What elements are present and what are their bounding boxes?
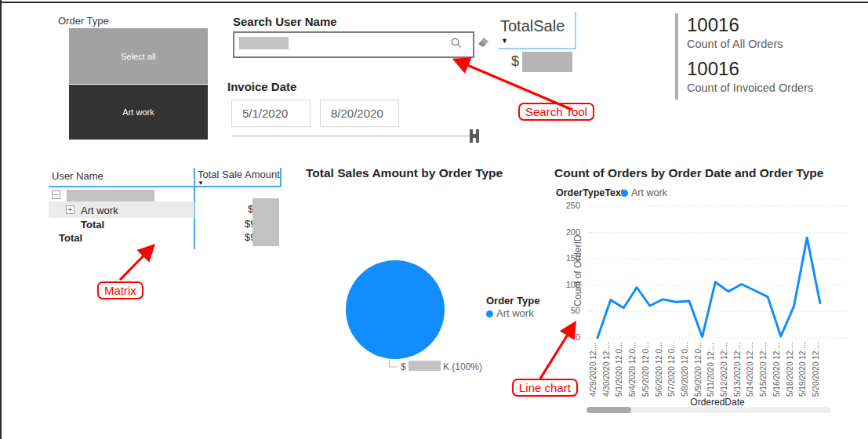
x-axis-tick-label: 5/19/2020 12:... [797, 340, 809, 397]
date-range-slider-handle[interactable] [470, 129, 479, 143]
y-axis-tick-label: 100 [549, 280, 580, 289]
matrix-username-redaction [67, 190, 154, 201]
matrix-values-redaction [252, 198, 279, 246]
art-work-label: Art work [122, 107, 154, 117]
select-all-label: Select all [121, 52, 156, 61]
matrix-row-total-outer[interactable]: Total [59, 232, 82, 244]
y-axis-tick-label: 150 [549, 253, 580, 263]
y-axis-tick-label: 0 [549, 332, 580, 342]
search-user-name-label: Search User Name [233, 15, 337, 28]
pie-label-redaction [409, 361, 441, 371]
count-invoiced-orders-value: 10016 [687, 58, 739, 80]
x-axis-tick-label: 5/1/2020 12:0... [613, 340, 626, 397]
invoice-end-date-field[interactable] [320, 100, 399, 127]
matrix-col-total-sale-amount[interactable]: Total Sale Amount [198, 169, 280, 180]
x-axis-tick-label: 5/5/2020 12:0... [640, 340, 652, 397]
x-axis-tick-label: 5/4/2020 12:0... [626, 340, 639, 397]
totalsale-right-border [575, 12, 576, 49]
x-axis-tick-label: 4/29/2020 12:... [587, 340, 600, 397]
pie-chart-title: Total Sales Amount by Order Type [306, 166, 503, 180]
x-axis-tick-label: 5/7/2020 12:0... [666, 340, 678, 397]
y-axis-tick-label: 250 [549, 201, 580, 210]
pie-legend-item-artwork[interactable]: Art work [486, 307, 534, 319]
matrix-col-user-name[interactable]: User Name [52, 170, 104, 182]
legend-dot-icon [621, 190, 628, 197]
matrix-row-artwork[interactable]: Art work [81, 205, 118, 216]
annotation-line-chart: Line chart [512, 379, 578, 397]
search-icon[interactable] [450, 37, 463, 49]
totalsale-value-prefix: $ [511, 53, 519, 70]
pie-label-prefix: $ [401, 361, 406, 372]
x-axis-tick-label: 5/9/2020 12:0... [692, 340, 705, 397]
invoice-date-label: Invoice Date [227, 80, 296, 93]
x-axis-tick-label: 5/11/2020 12:... [705, 340, 717, 397]
line-legend-item-artwork[interactable]: Art work [621, 187, 667, 198]
x-axis-tick-label: 5/15/2020 12:... [757, 340, 770, 397]
x-axis-tick-label: 5/8/2020 12:0... [679, 340, 692, 397]
x-axis-tick-label: 5/13/2020 12:... [732, 340, 744, 397]
totalsale-header: TotalSale [500, 17, 565, 35]
count-all-orders-value: 10016 [687, 14, 739, 36]
line-chart-plot [587, 202, 853, 347]
eraser-icon[interactable] [477, 34, 490, 48]
line-chart-title: Count of Orders by Order Date and Order … [554, 166, 823, 180]
pie-label-leader-line [387, 360, 398, 369]
search-value-redaction [239, 37, 289, 49]
invoice-start-date-field[interactable] [231, 100, 311, 127]
line-chart-scrollbar-thumb[interactable] [587, 407, 631, 413]
window-border-top [0, 2, 868, 3]
totalsale-caret-icon[interactable]: ▼ [501, 37, 508, 45]
pie-legend-title: Order Type [486, 295, 539, 307]
kpi-divider-bar [675, 13, 678, 100]
arrow-to-matrix [120, 247, 152, 280]
x-axis-title: OrderedDate [627, 397, 808, 408]
legend-dot-icon [486, 310, 493, 317]
x-axis-tick-label: 5/14/2020 12:... [744, 340, 757, 397]
line-legend-title: OrderTypeText [556, 187, 624, 198]
annotation-search-tool: Search Tool [518, 103, 594, 121]
x-axis-tick-label: 5/18/2020 12:... [784, 340, 797, 397]
dashboard-canvas: Order Type Select all Art work Search Us… [0, 0, 868, 439]
x-axis-tick-label: 5/16/2020 12:... [771, 340, 783, 397]
x-axis-tick-label: 5/20/2020 12:... [810, 340, 823, 397]
matrix-row-total-inner[interactable]: Total [81, 219, 104, 230]
pie-slice-artwork[interactable] [346, 260, 445, 359]
pie-label-suffix: K (100%) [443, 361, 482, 372]
totalsale-underline [498, 48, 576, 49]
totalsale-value-redaction [522, 52, 572, 72]
count-invoiced-orders-caption: Count of Invoiced Orders [687, 82, 813, 94]
y-axis-tick-label: 200 [549, 227, 580, 237]
count-all-orders-caption: Count of All Orders [687, 38, 783, 50]
matrix-header-underline [49, 186, 281, 187]
x-axis-tick-label: 5/6/2020 12:0... [653, 340, 666, 397]
art-work-button[interactable]: Art work [69, 85, 208, 140]
order-type-slicer-title: Order Type [58, 15, 109, 27]
line-series-artwork [597, 238, 820, 338]
date-range-slider-track[interactable] [232, 135, 472, 137]
expand-icon[interactable]: + [66, 205, 74, 214]
annotation-matrix: Matrix [97, 281, 143, 299]
window-border-left [0, 0, 2, 439]
x-axis-tick-label: 5/12/2020 12:... [718, 340, 731, 397]
collapse-icon[interactable]: − [52, 190, 60, 199]
matrix-header-right-border [280, 168, 281, 187]
select-all-button[interactable]: Select all [69, 28, 208, 84]
y-axis-tick-label: 50 [549, 306, 580, 315]
x-axis-tick-label: 4/30/2020 12:... [601, 340, 613, 397]
